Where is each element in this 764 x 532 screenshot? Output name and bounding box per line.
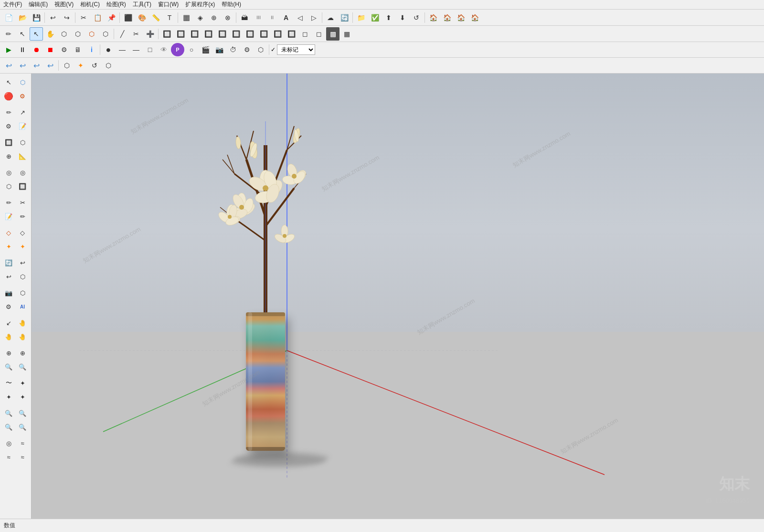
tb4-btn2[interactable]: ↩ [16,59,29,72]
side-hex4[interactable]: ⬡ [16,270,29,283]
tb2-pencil[interactable]: ✏ [2,27,15,41]
side-arrow-dl[interactable]: ↙ [2,316,15,330]
tb3-p-icon[interactable]: P [171,43,184,56]
side-star3[interactable]: ✦ [16,376,29,390]
tb-cloud[interactable]: ☁ [324,11,337,24]
side-note2[interactable]: 📝 [2,210,15,223]
menu-extensions[interactable]: 扩展程序(x) [184,0,216,9]
tb-download[interactable]: ⬇ [396,11,409,24]
side-hex3[interactable]: ⬡ [2,180,15,193]
tb2-select[interactable]: ↖ [16,27,29,41]
tb-undo[interactable]: ↩ [46,11,60,24]
tb2-hex3[interactable]: ⬡ [85,27,98,41]
tb-refresh2[interactable]: ↺ [410,11,423,24]
tb-redo[interactable]: ↪ [60,11,74,24]
side-wave3[interactable]: ≈ [2,450,15,464]
tb-cut[interactable]: ✂ [77,11,90,24]
side-wave2[interactable]: ≈ [16,436,29,450]
tb3-film[interactable]: 🎬 [199,43,212,56]
tb-open[interactable]: 📂 [16,11,29,24]
tb3-info[interactable]: i [85,43,98,56]
tb-erase[interactable]: ⬛ [121,11,135,24]
tb2-box14[interactable]: ▦ [340,27,353,41]
side-scissors[interactable]: ✂ [16,196,29,209]
side-hand1[interactable]: 🤚 [16,316,29,330]
tb3-play[interactable]: ▶ [2,43,15,56]
tb3-gear2[interactable]: ⚙ [240,43,254,56]
side-rect[interactable]: 🔲 [2,136,15,149]
tb-next[interactable]: ▷ [307,11,320,24]
tb-copy[interactable]: 📋 [91,11,104,24]
tb2-hex4[interactable]: ⬡ [99,27,112,41]
tb-folder[interactable]: 📁 [354,11,368,24]
menu-camera[interactable]: 相机(C) [79,0,101,9]
side-mag4[interactable]: 🔍 [16,406,29,420]
tb4-btn3[interactable]: ↩ [30,59,43,72]
tb3-eye[interactable]: 👁 [157,43,170,56]
tb3-circle[interactable]: ○ [185,43,198,56]
tb-paste[interactable]: 📌 [105,11,118,24]
tb-home[interactable]: 🏠 [426,11,440,24]
tb3-stop[interactable]: ⏹ [43,43,57,56]
side-star4[interactable]: ✦ [2,390,15,404]
side-zoom1[interactable]: ⊕ [2,346,15,360]
viewport[interactable]: 知末网www.znzmo.com 知末网www.znzmo.com 知末网www… [32,74,764,519]
side-cube-tool[interactable]: ⬡ [16,75,29,89]
menu-file[interactable]: 文件(F) [2,0,23,9]
tb-comp2[interactable]: ◈ [193,11,207,24]
side-edit2[interactable]: ✏ [16,210,29,223]
tb3-cam[interactable]: 📷 [212,43,226,56]
tb3-timer[interactable]: ⏱ [226,43,240,56]
side-rotate[interactable]: 🔄 [2,256,15,269]
tb3-dash2[interactable]: — [129,43,143,56]
tb2-box11[interactable]: ◻ [298,27,312,41]
tb-check[interactable]: ✅ [368,11,382,24]
tb-grid2[interactable]: ⁞⁞ [265,11,279,24]
side-mag6[interactable]: 🔍 [16,420,29,434]
side-plus[interactable]: ⊕ [2,149,15,163]
tb4-rotate[interactable]: ↺ [88,59,101,72]
tb4-star[interactable]: ✦ [74,59,87,72]
side-red-btn[interactable]: 🔴 [2,89,15,103]
tb2-box13[interactable]: ▩ [326,27,340,41]
side-zoom2[interactable]: ⊕ [16,346,29,360]
tb2-box4[interactable]: 🔲 [202,27,215,41]
side-mag2[interactable]: 🔍 [16,360,29,373]
side-circle1[interactable]: ◎ [2,166,15,179]
side-circle3[interactable]: ◎ [2,436,15,450]
tb4-cube2[interactable]: ⬡ [102,59,115,72]
tb3-dash1[interactable]: — [116,43,129,56]
side-note[interactable]: 📝 [16,119,29,133]
tb2-box8[interactable]: 🔲 [257,27,270,41]
side-mag1[interactable]: 🔍 [2,360,15,373]
tb-paint[interactable]: 🎨 [135,11,149,24]
tb2-hand[interactable]: ✋ [43,27,57,41]
side-ruler[interactable]: 📐 [16,149,29,163]
tb2-box5[interactable]: 🔲 [215,27,229,41]
tb3-settings[interactable]: ⚙ [57,43,71,56]
tb-prev[interactable]: ◁ [293,11,307,24]
side-diamond2[interactable]: ◇ [16,226,29,239]
tb3-screen[interactable]: 🖥 [71,43,85,56]
side-diamond1[interactable]: ◇ [2,226,15,239]
side-hand2[interactable]: 🤚 [2,330,15,343]
tb3-record[interactable]: ⏺ [30,43,43,56]
side-rect2[interactable]: 🔲 [16,180,29,193]
tb-comp1[interactable]: ▦ [180,11,193,24]
side-undo1[interactable]: ↩ [16,256,29,269]
menu-edit[interactable]: 编辑(E) [27,0,49,9]
side-ai[interactable]: AI [16,300,29,313]
tb3-dot[interactable]: ● [102,43,115,56]
tb2-scissors[interactable]: ✂ [129,27,143,41]
tb-text[interactable]: T [163,11,176,24]
tb2-box1[interactable]: 🔲 [160,27,173,41]
tb4-btn4[interactable]: ↩ [43,59,57,72]
side-star1[interactable]: ✦ [2,240,15,253]
tb4-hex[interactable]: ⬡ [60,59,74,72]
side-hand3[interactable]: 🤚 [16,330,29,343]
tb2-box10[interactable]: 🔲 [285,27,298,41]
tb3-square[interactable]: □ [143,43,157,56]
side-star2[interactable]: ✦ [16,240,29,253]
tb-mountain[interactable]: 🏔 [238,11,251,24]
side-hex5[interactable]: ⬡ [16,286,29,299]
